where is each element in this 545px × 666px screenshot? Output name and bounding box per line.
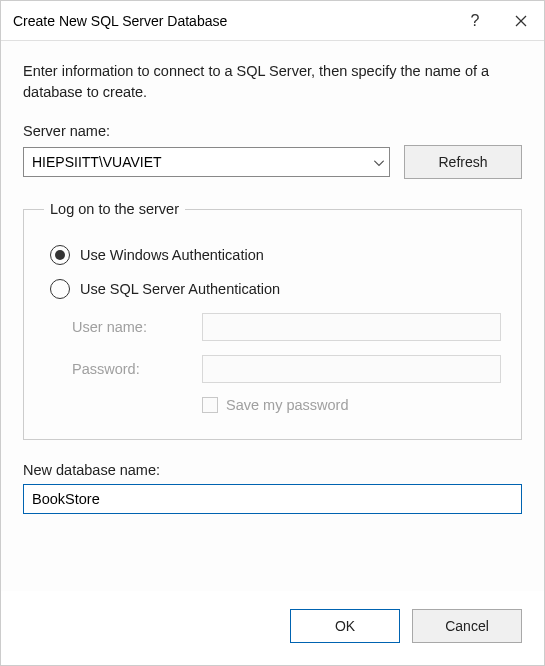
password-label: Password: [72,361,192,377]
refresh-button[interactable]: Refresh [404,145,522,179]
username-input [202,313,501,341]
new-database-name-input[interactable] [23,484,522,514]
close-icon [515,15,527,27]
server-name-label: Server name: [23,123,522,139]
sql-auth-radio[interactable] [50,279,70,299]
server-name-combo[interactable] [23,147,390,177]
create-sql-database-dialog: Create New SQL Server Database ? Enter i… [0,0,545,666]
password-input [202,355,501,383]
logon-group: Log on to the server Use Windows Authent… [23,201,522,440]
save-password-checkbox [202,397,218,413]
windows-auth-label: Use Windows Authentication [80,247,264,263]
server-name-input[interactable] [23,147,390,177]
ok-button[interactable]: OK [290,609,400,643]
username-label: User name: [72,319,192,335]
titlebar: Create New SQL Server Database ? [1,1,544,41]
logon-legend: Log on to the server [44,201,185,217]
dialog-footer: OK Cancel [1,591,544,665]
server-row: Refresh [23,145,522,179]
help-button[interactable]: ? [452,1,498,41]
dialog-body: Enter information to connect to a SQL Se… [1,41,544,591]
sql-auth-radio-row[interactable]: Use SQL Server Authentication [50,279,501,299]
windows-auth-radio[interactable] [50,245,70,265]
close-button[interactable] [498,1,544,41]
dialog-title: Create New SQL Server Database [13,13,452,29]
save-password-label: Save my password [226,397,349,413]
credentials-grid: User name: Password: Save my password [72,313,501,413]
windows-auth-radio-row[interactable]: Use Windows Authentication [50,245,501,265]
new-database-name-field [23,484,522,514]
description-text: Enter information to connect to a SQL Se… [23,61,522,103]
save-password-row: Save my password [202,397,501,413]
new-database-name-label: New database name: [23,462,522,478]
sql-auth-label: Use SQL Server Authentication [80,281,280,297]
cancel-button[interactable]: Cancel [412,609,522,643]
